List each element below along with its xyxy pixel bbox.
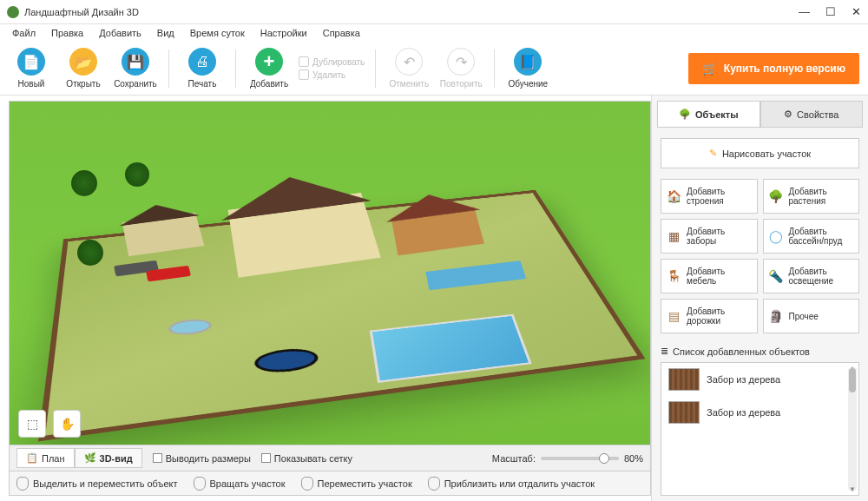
menu-edit[interactable]: Правка (44, 26, 90, 40)
gear-icon: ⚙ (784, 109, 792, 120)
mouse-icon (428, 477, 440, 491)
house-icon: 🏠 (666, 188, 681, 204)
chair-icon: 🪑 (666, 268, 681, 284)
undo-button: ↶Отменить (386, 48, 431, 89)
hint-move: Переместить участок (301, 477, 412, 491)
redo-button: ↷Повторить (438, 48, 483, 89)
minimize-button[interactable]: — (799, 5, 810, 18)
mouse-icon (301, 477, 313, 491)
show-grid-checkbox[interactable]: Показывать сетку (261, 453, 352, 464)
menubar: Файл Правка Добавить Вид Время суток Нас… (0, 24, 868, 42)
add-fences-button[interactable]: ▦Добавить заборы (661, 219, 758, 254)
draw-plot-button[interactable]: ✎Нарисовать участок (661, 138, 859, 168)
hint-zoom: Приблизить или отдалить участок (428, 477, 595, 491)
tab-objects[interactable]: 🌳Объекты (657, 101, 760, 128)
fence-thumb-icon (668, 401, 700, 424)
scene (61, 156, 599, 432)
add-pool-button[interactable]: ◯Добавить бассейн/пруд (763, 219, 860, 254)
tree-icon: 🌳 (768, 188, 784, 204)
mouse-icon (194, 477, 206, 491)
open-button[interactable]: 📂Открыть (61, 48, 106, 89)
list-item[interactable]: Забор из дерева (661, 396, 858, 429)
list-item[interactable]: Забор из дерева (661, 363, 858, 396)
titlebar: Ландшафтный Дизайн 3D — ☐ ✕ (0, 0, 868, 24)
add-other-button[interactable]: 🗿Прочее (763, 299, 860, 333)
scrollbar[interactable]: ▲▼ (848, 366, 857, 491)
add-furniture-button[interactable]: 🪑Добавить мебель (661, 259, 758, 293)
mouse-icon (16, 477, 29, 491)
trash-icon (299, 69, 309, 80)
learn-button[interactable]: 📘Обучение (505, 48, 550, 89)
app-logo-icon (7, 6, 19, 18)
scale-slider[interactable] (541, 457, 619, 460)
path-icon: ▤ (666, 308, 681, 324)
hint-rotate: Вращать участок (194, 477, 286, 491)
3d-view-button[interactable]: 🌿 3D-вид (75, 448, 142, 468)
menu-settings[interactable]: Настройки (253, 26, 314, 40)
menu-add[interactable]: Добавить (92, 26, 148, 40)
add-plants-button[interactable]: 🌳Добавить растения (763, 179, 860, 214)
plan-view-button[interactable]: 📋 План (16, 448, 75, 468)
scale-value: 80% (624, 453, 643, 464)
add-lighting-button[interactable]: 🔦Добавить освещение (763, 259, 860, 293)
scale-label: Масштаб: (492, 453, 536, 464)
fence-thumb-icon (668, 368, 700, 391)
view-options-bar: 📋 План 🌿 3D-вид Выводить размеры Показыв… (10, 445, 650, 471)
show-dimensions-checkbox[interactable]: Выводить размеры (153, 453, 251, 464)
pencil-icon: ✎ (709, 148, 717, 159)
lamp-icon: 🔦 (768, 268, 784, 284)
add-paths-button[interactable]: ▤Добавить дорожки (661, 299, 758, 333)
hint-select: Выделить и переместить объект (16, 477, 178, 491)
status-bar: Выделить и переместить объект Вращать уч… (10, 471, 650, 495)
object-list: Забор из дерева Забор из дерева ▲▼ (661, 362, 859, 496)
menu-help[interactable]: Справка (316, 26, 367, 40)
new-button[interactable]: 📄Новый (9, 48, 54, 89)
duplicate-button: Дублировать (299, 56, 365, 67)
misc-icon: 🗿 (768, 308, 784, 324)
cart-icon: 🛒 (702, 62, 717, 76)
add-buildings-button[interactable]: 🏠Добавить строения (661, 179, 758, 214)
menu-view[interactable]: Вид (150, 26, 181, 40)
pan-button[interactable]: ✋ (53, 410, 81, 438)
print-button[interactable]: 🖨Печать (180, 48, 225, 89)
save-button[interactable]: 💾Сохранить (113, 48, 158, 89)
window-title: Ландшафтный Дизайн 3D (24, 7, 799, 17)
maximize-button[interactable]: ☐ (825, 5, 836, 18)
menu-time[interactable]: Время суток (183, 26, 252, 40)
close-button[interactable]: ✕ (852, 5, 861, 18)
add-button[interactable]: +Добавить (247, 48, 292, 89)
viewport-3d[interactable]: ⬚ ✋ 📋 План 🌿 3D-вид Выводить размеры Пок… (9, 101, 651, 496)
sidebar: 🌳Объекты ⚙Свойства ✎Нарисовать участок 🏠… (651, 96, 868, 501)
layers-icon: ≣ (661, 346, 668, 357)
orbit-button[interactable]: ⬚ (18, 410, 46, 438)
duplicate-icon (299, 56, 309, 67)
toolbar: 📄Новый 📂Открыть 💾Сохранить 🖨Печать +Доба… (0, 42, 868, 96)
buy-button[interactable]: 🛒Купить полную версию (688, 53, 859, 84)
menu-file[interactable]: Файл (5, 26, 43, 40)
pool-icon: ◯ (768, 228, 784, 244)
object-list-header: ≣Список добавленных объектов (661, 346, 859, 357)
tab-properties[interactable]: ⚙Свойства (760, 101, 864, 128)
objects-icon: 🌳 (679, 109, 691, 120)
delete-button: Удалить (299, 69, 365, 80)
fence-icon: ▦ (666, 228, 681, 244)
